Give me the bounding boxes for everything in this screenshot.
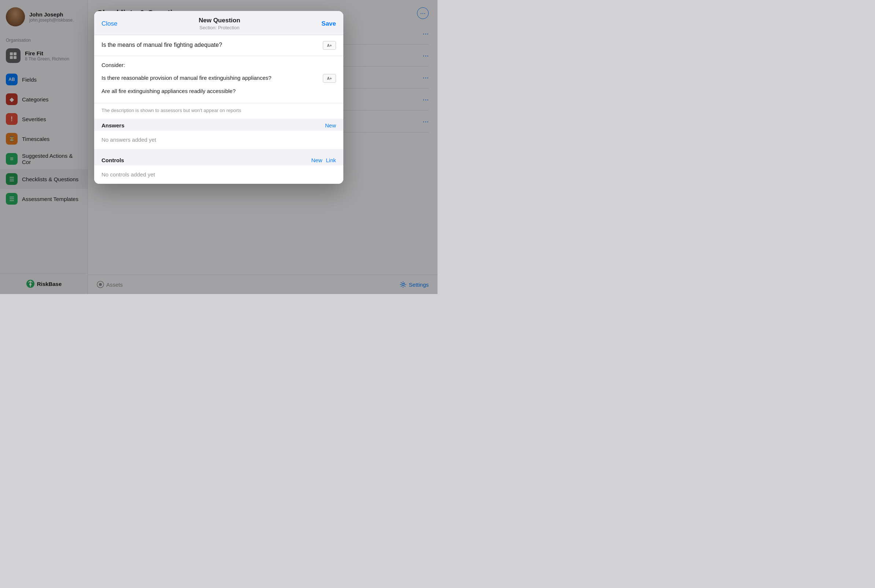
question-section: Is the means of manual fire fighting ade… [94, 35, 343, 118]
description-hint-text: The description is shown to assessors bu… [102, 108, 241, 113]
controls-empty-text: No controls added yet [102, 171, 155, 178]
description-hint: The description is shown to assessors bu… [94, 103, 343, 118]
consider-format-icon-label: A+ [327, 76, 332, 81]
controls-label: Controls [102, 157, 124, 163]
question-main: Is the means of manual fire fighting ade… [94, 35, 343, 56]
consider-format-icon[interactable]: A+ [323, 74, 336, 83]
consider-text-2: Are all fire extinguishing appliances re… [102, 87, 336, 95]
answers-section-header: Answers New [94, 118, 343, 131]
controls-section-header: Controls New Link [94, 153, 343, 165]
answers-empty-text: No answers added yet [102, 136, 156, 143]
consider-text-1: Is there reasonable provision of manual … [102, 74, 319, 82]
modal-title: New Question [198, 17, 240, 24]
modal-title-area: New Question Section: Protection [198, 17, 240, 30]
consider-item: Is there reasonable provision of manual … [102, 72, 336, 85]
controls-header-actions: New Link [311, 157, 336, 163]
answers-new-button[interactable]: New [325, 122, 336, 129]
format-icon[interactable]: A+ [323, 41, 336, 50]
modal-overlay: Close New Question Section: Protection S… [0, 0, 438, 294]
consider-item: Are all fire extinguishing appliances re… [102, 85, 336, 97]
section-spacer [94, 149, 343, 153]
modal-body: Is the means of manual fire fighting ade… [94, 35, 343, 184]
modal-header: Close New Question Section: Protection S… [94, 11, 343, 35]
question-text: Is the means of manual fire fighting ade… [102, 41, 319, 49]
controls-new-button[interactable]: New [311, 157, 322, 163]
answers-section-content: No answers added yet [94, 131, 343, 149]
modal-subtitle: Section: Protection [198, 25, 240, 30]
controls-section-content: No controls added yet [94, 165, 343, 184]
close-button[interactable]: Close [102, 20, 117, 27]
consider-section: Consider: Is there reasonable provision … [94, 56, 343, 103]
controls-link-button[interactable]: Link [326, 157, 336, 163]
format-icon-label: A+ [327, 44, 332, 48]
modal: Close New Question Section: Protection S… [94, 11, 343, 184]
answers-label: Answers [102, 122, 125, 129]
consider-label: Consider: [102, 62, 336, 68]
save-button[interactable]: Save [321, 20, 336, 27]
